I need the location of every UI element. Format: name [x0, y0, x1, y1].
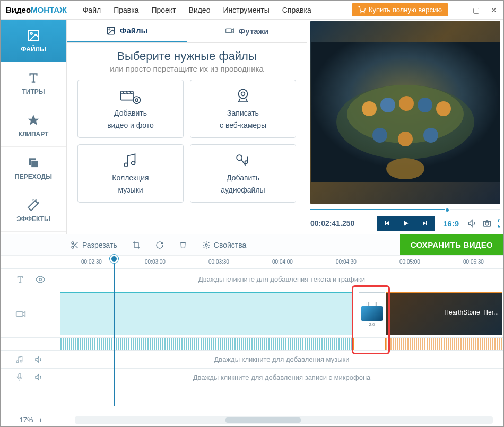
prev-button[interactable]	[377, 216, 396, 231]
main-menu: Файл Правка Проект Видео Инструменты Спр…	[76, 6, 318, 14]
timecode: 00:02:41.250	[310, 219, 373, 228]
transition-clip[interactable]: ||| ||| 2.0	[359, 292, 385, 335]
menu-file[interactable]: Файл	[76, 6, 107, 14]
zoom-in[interactable]: +	[39, 416, 43, 424]
menu-project[interactable]: Проект	[145, 6, 182, 14]
time-ruler[interactable]: 00:02:30 00:03:00 00:03:30 00:04:00 00:0…	[60, 256, 503, 268]
tab-files-label: Файлы	[120, 26, 148, 35]
cart-icon	[358, 6, 366, 14]
ruler-tick: 00:05:30	[463, 259, 484, 265]
ruler-tick: 00:03:30	[208, 259, 229, 265]
eye-icon[interactable]	[36, 275, 45, 284]
svg-point-1	[364, 12, 364, 13]
audio-wave-1[interactable]	[60, 338, 353, 350]
svg-point-25	[436, 101, 451, 116]
card-line1: Добавить	[227, 173, 259, 182]
mic-music-icon	[232, 152, 254, 170]
cut-button[interactable]: Разрезать	[71, 241, 117, 249]
layers-icon	[27, 156, 40, 170]
rotate-icon[interactable]	[155, 241, 164, 249]
svg-point-29	[386, 158, 424, 179]
svg-point-23	[399, 96, 414, 111]
video-clip-2[interactable]: HearthStone_Her...	[386, 292, 502, 335]
ruler-tick: 00:03:00	[145, 259, 166, 265]
svg-point-34	[205, 244, 207, 246]
close-button[interactable]: ✕	[490, 6, 498, 14]
tab-files[interactable]: Файлы	[67, 20, 187, 42]
svg-point-26	[372, 128, 387, 143]
trash-icon[interactable]	[179, 241, 187, 249]
sidebar-transitions[interactable]: ПЕРЕХОДЫ	[1, 147, 66, 189]
star-icon	[27, 114, 40, 127]
svg-point-0	[361, 12, 361, 13]
tab-footage[interactable]: Футажи	[187, 20, 307, 42]
play-button[interactable]	[396, 216, 415, 231]
music-icon	[120, 152, 141, 170]
svg-point-13	[241, 92, 245, 96]
volume-icon[interactable]	[34, 355, 43, 364]
svg-point-11	[135, 99, 138, 101]
track-music: Дважды кликните для добавления музыки	[1, 350, 503, 368]
timeline: 00:02:30 00:03:00 00:03:30 00:04:00 00:0…	[1, 255, 503, 427]
card-music[interactable]: Коллекция музыки	[77, 144, 184, 203]
sidebar-titles[interactable]: ТИТРЫ	[1, 62, 66, 104]
track-video-body[interactable]: ||| ||| 2.0 HearthStone_Her...	[60, 290, 503, 337]
scrub-bar[interactable]	[310, 207, 500, 212]
playhead[interactable]	[114, 258, 115, 406]
gear-icon	[202, 241, 211, 249]
fullscreen-icon[interactable]	[497, 219, 504, 228]
video-clip-1[interactable]	[60, 292, 353, 335]
crop-icon[interactable]	[132, 241, 141, 249]
menu-tools[interactable]: Инструменты	[216, 6, 275, 14]
card-line2: с веб-камеры	[220, 121, 266, 130]
sidebar-clipart-label: КЛИПАРТ	[19, 130, 49, 138]
wand-icon	[27, 198, 40, 212]
card-webcam[interactable]: Записать с веб-камеры	[190, 80, 296, 138]
zoom-out[interactable]: −	[10, 416, 14, 424]
menu-help[interactable]: Справка	[276, 6, 318, 14]
snapshot-icon[interactable]	[482, 219, 492, 228]
sidebar-files[interactable]: ФАЙЛЫ	[1, 20, 66, 62]
track-audio-body[interactable]	[60, 338, 503, 350]
menu-edit[interactable]: Правка	[107, 6, 145, 14]
volume-icon[interactable]	[34, 373, 43, 381]
next-button[interactable]	[415, 216, 435, 231]
panel-tabs: Файлы Футажи	[67, 20, 307, 43]
sidebar-clipart[interactable]: КЛИПАРТ	[1, 104, 66, 147]
playback-buttons	[377, 216, 435, 231]
sidebar-titles-label: ТИТРЫ	[22, 88, 45, 95]
card-audio[interactable]: Добавить аудиофайлы	[190, 144, 296, 203]
buy-label: Купить полную версию	[369, 6, 442, 14]
buy-button[interactable]: Купить полную версию	[352, 3, 448, 16]
mic-icon	[15, 373, 24, 381]
volume-icon[interactable]	[467, 219, 477, 228]
track-text-body[interactable]: Дважды кликните для добавления текста и …	[60, 269, 503, 290]
logo-text-b: МОНТАЖ	[31, 5, 67, 14]
aspect-ratio[interactable]: 16:9	[443, 219, 459, 228]
svg-point-33	[72, 246, 74, 248]
card-line2: аудиофайлы	[221, 186, 265, 195]
track-audio-wave	[1, 337, 503, 350]
audio-wave-trans[interactable]	[353, 338, 386, 350]
audio-wave-2[interactable]	[386, 338, 502, 350]
content-panel: Файлы Футажи Выберите нужные файлы или п…	[67, 20, 307, 234]
card-line2: музыки	[118, 186, 143, 195]
track-music-body[interactable]: Дважды кликните для добавления музыки	[60, 351, 503, 368]
save-video-button[interactable]: СОХРАНИТЬ ВИДЕО	[400, 234, 503, 256]
properties-label: Свойства	[214, 241, 246, 249]
video-preview[interactable]	[310, 21, 500, 204]
zoom-control: − 17% +	[10, 416, 42, 424]
playhead-knob[interactable]	[110, 255, 118, 263]
menu-video[interactable]: Видео	[183, 6, 217, 14]
svg-point-37	[16, 361, 19, 363]
track-video: ||| ||| 2.0 HearthStone_Her...	[1, 290, 503, 337]
preview-icons	[467, 219, 504, 228]
card-add-video[interactable]: Добавить видео и фото	[77, 80, 184, 138]
track-mic-body[interactable]: Дважды кликните для добавления записи с …	[60, 369, 503, 386]
svg-point-15	[132, 161, 135, 165]
properties-button[interactable]: Свойства	[202, 241, 246, 249]
timeline-scrollbar[interactable]	[75, 416, 493, 424]
sidebar-effects[interactable]: ЭФФЕКТЫ	[1, 189, 66, 232]
minimize-button[interactable]: —	[454, 6, 462, 14]
maximize-button[interactable]: ▢	[472, 6, 480, 14]
